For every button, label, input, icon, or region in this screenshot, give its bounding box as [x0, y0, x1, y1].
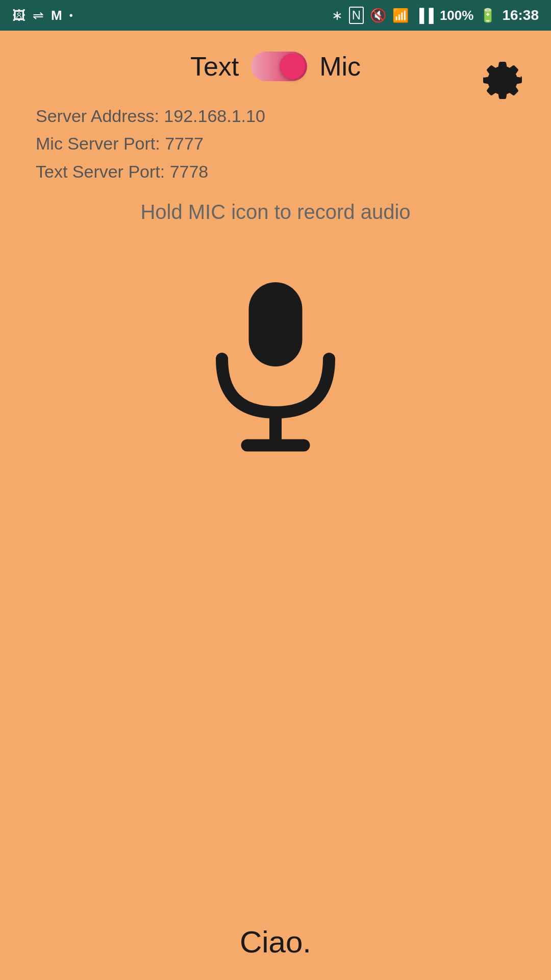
- battery-level: 100%: [440, 8, 474, 23]
- toggle-knob: [280, 54, 305, 79]
- server-address: Server Address: 192.168.1.10: [36, 102, 536, 130]
- notification-dot: •: [69, 10, 73, 21]
- mic-port: Mic Server Port: 7777: [36, 130, 536, 157]
- settings-button[interactable]: [474, 46, 531, 102]
- header-row: Text Mic: [15, 51, 536, 82]
- status-bar-left: 🖼 ⇌ M •: [12, 8, 73, 23]
- status-bar: 🖼 ⇌ M • ∗ N 🔇 📶 ▐▐ 100% 🔋 16:38: [0, 0, 551, 31]
- toggle-area: Text Mic: [190, 51, 361, 82]
- svg-rect-0: [249, 282, 303, 366]
- mic-record-button[interactable]: [194, 275, 357, 458]
- image-icon: 🖼: [12, 8, 26, 23]
- mode-toggle[interactable]: [251, 52, 307, 81]
- mic-mode-label: Mic: [319, 51, 361, 82]
- gear-icon: [477, 48, 528, 100]
- wifi-icon: 📶: [392, 8, 409, 23]
- signal-icon: ▐▐: [415, 8, 434, 23]
- svg-rect-2: [241, 439, 310, 452]
- microphone-icon: [194, 275, 357, 458]
- server-info: Server Address: 192.168.1.10 Mic Server …: [15, 102, 536, 185]
- status-bar-right: ∗ N 🔇 📶 ▐▐ 100% 🔋 16:38: [332, 7, 539, 24]
- bluetooth-icon: ∗: [332, 8, 343, 23]
- nfc-icon: N: [349, 7, 364, 24]
- battery-icon: 🔋: [480, 8, 496, 23]
- output-text: Ciao.: [240, 924, 311, 960]
- mute-icon: 🔇: [370, 8, 386, 23]
- instruction-text: Hold MIC icon to record audio: [140, 201, 410, 224]
- text-port: Text Server Port: 7778: [36, 158, 536, 185]
- main-content: Text Mic Server Address: 192.168.1.10 Mi…: [0, 31, 551, 980]
- text-mode-label: Text: [190, 51, 239, 82]
- mail-icon: M: [51, 8, 62, 23]
- clock: 16:38: [502, 7, 539, 23]
- routes-icon: ⇌: [33, 8, 44, 23]
